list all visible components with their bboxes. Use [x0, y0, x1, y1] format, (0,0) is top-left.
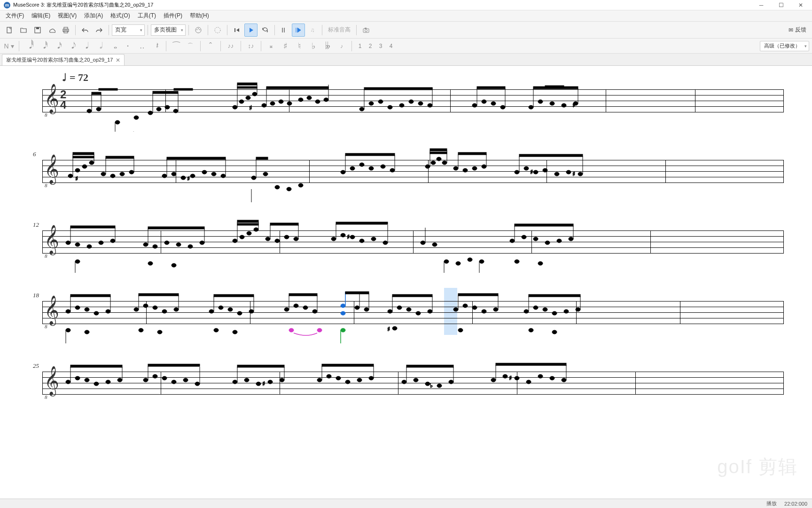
svg-point-7 — [196, 29, 197, 30]
natural-button[interactable]: ♮ — [293, 40, 305, 52]
play-button[interactable] — [244, 24, 258, 37]
minimize-button[interactable]: ─ — [756, 1, 767, 9]
open-button[interactable] — [17, 24, 30, 37]
close-button[interactable]: ✕ — [795, 1, 806, 9]
note-whole[interactable]: 𝅝 — [108, 40, 120, 52]
svg-rect-3 — [64, 27, 68, 29]
feedback-button[interactable]: ✉ 反馈 — [789, 26, 806, 34]
mail-icon: ✉ — [789, 27, 793, 33]
double-flat-button[interactable]: 𝄫 — [321, 40, 334, 52]
main-toolbar: 页宽 多页视图 ♫ 标准音高 ✉ 反馈 — [0, 22, 812, 39]
svg-point-6 — [195, 27, 201, 33]
midi-button[interactable] — [192, 24, 205, 37]
note-8th[interactable]: 𝅘𝅥𝅮 — [65, 40, 78, 52]
note-32nd[interactable]: 𝅘𝅥𝅰 — [37, 40, 49, 52]
window-title: MuseScore 3: 塞戈维亚编号20首索尔练习曲集之20_op29_17 — [13, 1, 756, 8]
rest-button[interactable]: 𝄽 — [150, 40, 162, 52]
flip-button[interactable]: ♪♪ — [225, 40, 237, 52]
grace-button[interactable]: 𝆔 — [336, 40, 348, 52]
print-button[interactable] — [59, 24, 72, 37]
rewind-button[interactable] — [230, 24, 243, 37]
loop-button[interactable] — [258, 24, 272, 37]
voice-2[interactable]: 2 — [366, 41, 375, 51]
tie-button[interactable]: ⁀ — [170, 40, 182, 52]
svg-rect-12 — [282, 28, 283, 32]
note-16th[interactable]: 𝅘𝅥𝅯 — [51, 40, 63, 52]
voice-4[interactable]: 4 — [387, 41, 395, 51]
menu-view[interactable]: 视图(V) — [54, 10, 80, 21]
svg-rect-13 — [284, 28, 285, 32]
menu-format[interactable]: 格式(O) — [107, 10, 133, 21]
note-dot[interactable]: · — [122, 40, 134, 52]
menu-plugins[interactable]: 插件(P) — [160, 10, 186, 21]
voice-1[interactable]: 1 — [356, 41, 364, 51]
svg-point-15 — [365, 29, 367, 32]
new-button[interactable] — [3, 24, 16, 37]
note-half[interactable]: 𝅗𝅥 — [94, 40, 106, 52]
note-quarter[interactable]: 𝅘𝅥 — [79, 40, 92, 52]
app-icon: m — [4, 2, 10, 8]
tabbar: 塞戈维亚编号20首索尔练习曲集之20_op29_17 ✕ — [0, 54, 812, 66]
menu-file[interactable]: 文件(F) — [2, 10, 28, 21]
concert-pitch-label[interactable]: 标准音高 — [325, 26, 353, 34]
undo-button[interactable] — [78, 24, 92, 37]
workspace-select[interactable]: 高级（已修改） — [760, 41, 809, 51]
repitch-button[interactable]: ↕♪ — [245, 40, 257, 52]
svg-rect-16 — [365, 28, 367, 29]
svg-rect-0 — [7, 27, 11, 33]
zoom-select[interactable]: 页宽 — [112, 24, 145, 36]
note-input-button[interactable]: N ▾ — [3, 40, 15, 52]
note-double-dot[interactable]: ‥ — [136, 40, 148, 52]
sharp-button[interactable]: ♯ — [279, 40, 291, 52]
metronome-button[interactable] — [211, 24, 224, 37]
menubar: 文件(F) 编辑(E) 视图(V) 添加(A) 格式(O) 工具(T) 插件(P… — [0, 10, 812, 22]
svg-rect-11 — [234, 28, 235, 32]
titlebar: m MuseScore 3: 塞戈维亚编号20首索尔练习曲集之20_op29_1… — [0, 0, 812, 10]
document-tab[interactable]: 塞戈维亚编号20首索尔练习曲集之20_op29_17 ✕ — [2, 54, 125, 65]
feedback-label: 反馈 — [795, 26, 806, 34]
double-sharp-button[interactable]: 𝄪 — [265, 40, 277, 52]
menu-help[interactable]: 帮助(H) — [186, 10, 213, 21]
menu-edit[interactable]: 编辑(E) — [28, 10, 54, 21]
svg-point-9 — [198, 28, 199, 29]
cloud-button[interactable] — [45, 24, 58, 37]
marcato-button[interactable]: ˆ — [204, 40, 217, 52]
tab-label: 塞戈维亚编号20首索尔练习曲集之20_op29_17 — [6, 56, 113, 64]
menu-tools[interactable]: 工具(T) — [134, 10, 160, 21]
note-64th[interactable]: 𝅘𝅥𝅱 — [23, 40, 35, 52]
loop-in-button[interactable] — [278, 24, 291, 37]
redo-button[interactable] — [93, 24, 106, 37]
loop-out-button[interactable] — [292, 24, 305, 37]
voice-3[interactable]: 3 — [376, 41, 385, 51]
save-button[interactable] — [31, 24, 44, 37]
svg-rect-2 — [36, 27, 39, 29]
svg-point-8 — [199, 29, 200, 30]
pan-button[interactable]: ♫ — [306, 24, 319, 37]
svg-point-10 — [215, 27, 220, 33]
menu-add[interactable]: 添加(A) — [80, 10, 107, 21]
slur-button[interactable]: ⌒ — [184, 40, 196, 52]
tab-close-icon[interactable]: ✕ — [116, 57, 120, 64]
image-capture-button[interactable] — [359, 24, 373, 37]
note-toolbar: N ▾ 𝅘𝅥𝅱 𝅘𝅥𝅰 𝅘𝅥𝅯 𝅘𝅥𝅮 𝅘𝅥 𝅗𝅥 𝅝 · ‥ 𝄽 ⁀ ⌒ ˆ … — [0, 39, 812, 54]
layout-select[interactable]: 多页视图 — [151, 24, 186, 36]
maximize-button[interactable]: ☐ — [775, 1, 787, 9]
flat-button[interactable]: ♭ — [307, 40, 320, 52]
